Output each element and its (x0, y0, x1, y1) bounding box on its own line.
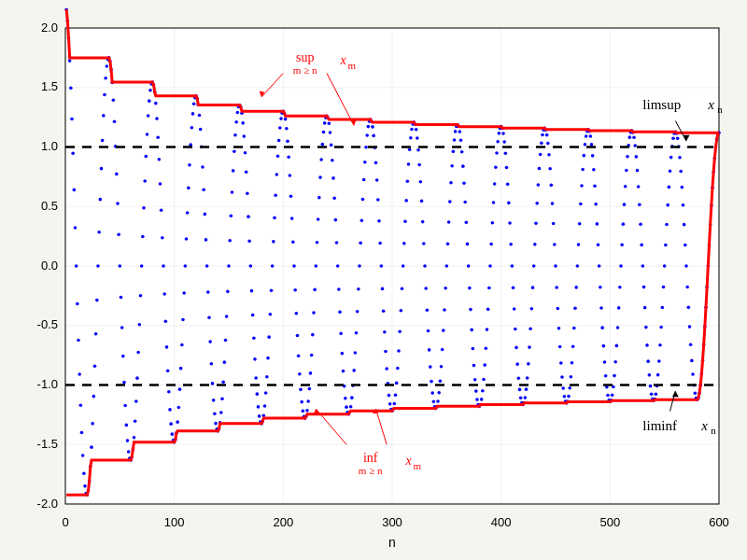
chart-container (0, 0, 747, 560)
main-chart (0, 0, 747, 560)
